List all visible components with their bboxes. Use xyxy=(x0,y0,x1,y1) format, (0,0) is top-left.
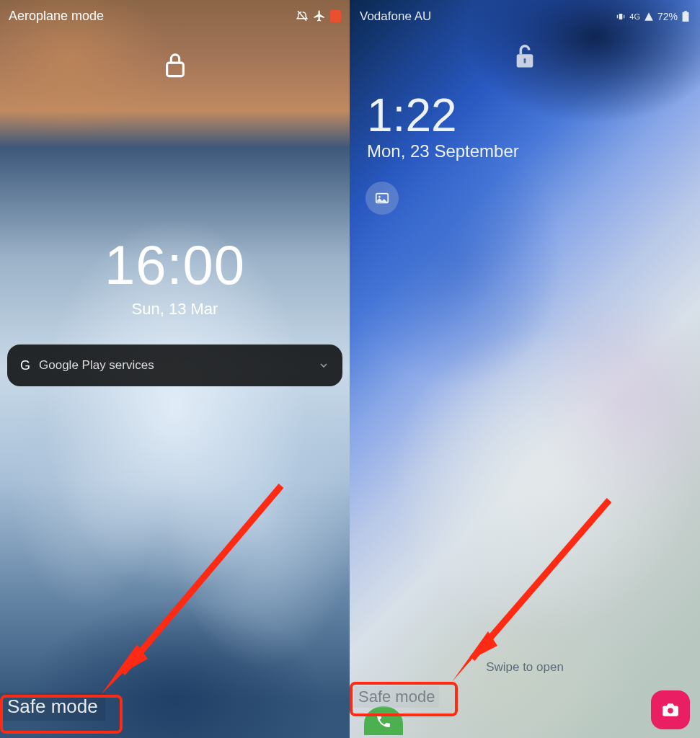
status-bar: Aeroplane mode xyxy=(0,0,350,32)
annotation-arrow xyxy=(72,479,288,709)
chevron-down-icon[interactable] xyxy=(318,360,329,371)
airplane-icon xyxy=(313,9,326,22)
svg-line-2 xyxy=(123,486,281,673)
annotation-highlight-box xyxy=(0,695,123,734)
time-text: 16:00 xyxy=(105,238,245,293)
status-icons: 4G 72% xyxy=(616,11,690,22)
svg-rect-10 xyxy=(524,58,526,63)
lockscreen-right[interactable]: Vodafone AU 4G 72% 1:22 Mon, 23 Septembe… xyxy=(350,0,700,738)
image-icon xyxy=(374,190,390,206)
battery-percent: 72% xyxy=(657,11,678,22)
google-g-icon: G xyxy=(20,358,30,373)
camera-icon xyxy=(661,701,680,719)
annotation-highlight-box xyxy=(350,682,458,716)
svg-line-14 xyxy=(472,500,609,659)
lockscreen-left[interactable]: Aeroplane mode 16:00 Sun, 13 Mar G Googl… xyxy=(0,0,350,738)
media-shortcut[interactable] xyxy=(365,182,399,215)
clock-widget: 1:22 Mon, 23 September xyxy=(367,92,519,161)
mute-icon xyxy=(296,9,309,22)
notification-card[interactable]: G Google Play services xyxy=(7,344,342,386)
clock-widget: 16:00 Sun, 13 Mar xyxy=(105,238,245,319)
vibrate-icon xyxy=(616,12,626,22)
svg-line-0 xyxy=(298,11,306,21)
carrier-label: Vodafone AU xyxy=(360,9,431,24)
svg-rect-8 xyxy=(684,11,687,12)
svg-rect-1 xyxy=(167,63,183,76)
notification-title: Google Play services xyxy=(39,358,318,373)
sim-icon xyxy=(330,10,341,22)
swipe-hint: Swipe to open xyxy=(486,660,564,675)
status-title: Aeroplane mode xyxy=(9,9,104,24)
time-text: 1:22 xyxy=(367,92,519,138)
battery-icon xyxy=(681,11,690,22)
status-bar: Vodafone AU 4G 72% xyxy=(350,0,700,29)
signal-icon xyxy=(644,12,654,22)
svg-marker-3 xyxy=(101,644,148,695)
lock-icon xyxy=(163,50,187,79)
svg-rect-7 xyxy=(683,12,689,22)
svg-point-13 xyxy=(668,708,673,713)
network-4g-label: 4G xyxy=(629,12,640,21)
svg-rect-4 xyxy=(619,14,623,19)
date-text: Mon, 23 September xyxy=(367,141,519,161)
status-icons xyxy=(296,9,341,22)
unlock-icon xyxy=(513,42,537,71)
date-text: Sun, 13 Mar xyxy=(105,300,245,319)
camera-app-shortcut[interactable] xyxy=(651,690,690,729)
svg-point-12 xyxy=(378,196,381,198)
